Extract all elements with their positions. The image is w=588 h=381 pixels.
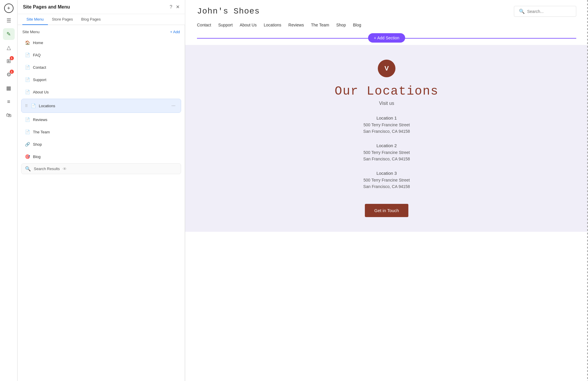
drag-handle-icon[interactable]: ⠿ [25, 104, 28, 108]
page-name-home: Home [33, 41, 177, 45]
nav-the-team[interactable]: The Team [311, 23, 329, 27]
add-new-button[interactable]: + [4, 4, 14, 13]
design-icon[interactable]: △ [3, 42, 15, 53]
about-page-icon: 📄 [25, 90, 30, 94]
contact-page-icon: 📄 [25, 65, 30, 70]
get-in-touch-button[interactable]: Get in Touch [365, 204, 408, 217]
tab-site-menu[interactable]: Site Menu [22, 14, 48, 25]
panel-tabs: Site Menu Store Pages Blog Pages [18, 14, 185, 25]
canvas-inner: John's Shoes 🔍 Contact Support About Us … [185, 0, 588, 381]
location-3-street: 500 Terry Francine Street [197, 177, 576, 183]
nav-contact[interactable]: Contact [197, 23, 211, 27]
pages-icon[interactable]: ☰ [3, 15, 15, 26]
page-name-locations: Locations [39, 104, 167, 108]
location-1-block: Location 1 500 Terry Francine Street San… [197, 115, 576, 135]
visibility-icon[interactable]: 👁 [63, 167, 67, 171]
locations-page-icon: 📄 [31, 103, 36, 108]
subpanel-header: Site Menu + Add [21, 28, 181, 37]
left-sidebar: + ☰ ✎ △ ⊞1 ⚙1 ▦ ≡ 🛍 [0, 0, 18, 381]
page-item-shop[interactable]: 🔗 Shop [21, 139, 181, 150]
apps-icon[interactable]: ⊞1 [3, 55, 15, 67]
locations-subtitle: Visit us [197, 101, 576, 106]
team-page-icon: 📄 [25, 130, 30, 134]
page-item-support[interactable]: 📄 Support [21, 74, 181, 85]
location-3-name: Location 3 [197, 171, 576, 176]
nav-shop[interactable]: Shop [336, 23, 346, 27]
nav-blog[interactable]: Blog [353, 23, 361, 27]
location-1-name: Location 1 [197, 115, 576, 120]
faq-page-icon: 📄 [25, 53, 30, 57]
page-name-the-team: The Team [33, 130, 177, 134]
search-results-icon: 🔍 [25, 166, 31, 172]
location-1-city: San Francisco, CA 94158 [197, 128, 576, 135]
blog-icon[interactable]: ≡ [3, 96, 15, 108]
page-name-support: Support [33, 78, 177, 82]
add-section-button[interactable]: + Add Section [368, 33, 405, 43]
page-item-locations[interactable]: ⠿ 📄 Locations ··· [21, 99, 181, 113]
site-search-input[interactable] [527, 9, 571, 14]
canvas: John's Shoes 🔍 Contact Support About Us … [185, 0, 588, 381]
panel-header: Site Pages and Menu ? ✕ [18, 0, 185, 14]
apps-badge: 1 [10, 56, 14, 60]
page-name-faq: FAQ [33, 53, 177, 57]
home-page-icon: 🏠 [25, 40, 30, 45]
page-item-home[interactable]: 🏠 Home [21, 37, 181, 48]
close-icon[interactable]: ✕ [176, 4, 180, 10]
page-item-search-results[interactable]: 🔍 Search Results 👁 [21, 163, 181, 174]
editor-icon[interactable]: ✎ [3, 28, 15, 40]
nav-locations[interactable]: Locations [264, 23, 281, 27]
panel-title: Site Pages and Menu [23, 4, 70, 10]
nav-support[interactable]: Support [218, 23, 233, 27]
add-section-bar: + Add Section [185, 31, 588, 45]
support-page-icon: 📄 [25, 77, 30, 82]
panel-header-icons: ? ✕ [170, 4, 180, 10]
page-name-shop: Shop [33, 142, 177, 147]
site-pages-panel: Site Pages and Menu ? ✕ Site Menu Store … [18, 0, 185, 381]
page-item-the-team[interactable]: 📄 The Team [21, 126, 181, 137]
site-title: John's Shoes [197, 7, 260, 16]
nav-reviews[interactable]: Reviews [288, 23, 304, 27]
help-icon[interactable]: ? [170, 4, 172, 10]
reviews-page-icon: 📄 [25, 117, 30, 122]
page-name-search-results: Search Results [34, 167, 60, 171]
integrations-icon[interactable]: ⚙1 [3, 69, 15, 80]
subpanel-title: Site Menu [22, 30, 40, 34]
locations-logo: V [378, 60, 395, 77]
page-item-blog[interactable]: 🎯 Blog [21, 151, 181, 162]
page-name-about-us: About Us [33, 90, 177, 94]
site-nav-links: Contact Support About Us Locations Revie… [185, 23, 588, 31]
locations-more-button[interactable]: ··· [170, 102, 177, 110]
location-2-street: 500 Terry Francine Street [197, 149, 576, 156]
locations-section: V Our Locations Visit us Location 1 500 … [185, 45, 588, 232]
add-page-button[interactable]: + Add [170, 30, 180, 34]
nav-about-us[interactable]: About Us [240, 23, 257, 27]
tab-blog-pages[interactable]: Blog Pages [77, 14, 105, 25]
media-icon[interactable]: ▦ [3, 82, 15, 94]
tab-store-pages[interactable]: Store Pages [48, 14, 77, 25]
store-icon[interactable]: 🛍 [3, 109, 15, 121]
locations-title: Our Locations [197, 84, 576, 98]
location-2-city: San Francisco, CA 94158 [197, 156, 576, 162]
site-menu-subpanel: Site Menu + Add 🏠 Home 📄 FAQ 📄 Contact 📄 [18, 25, 185, 381]
pages-section: Site Menu + Add 🏠 Home 📄 FAQ 📄 Contact 📄 [18, 25, 185, 381]
page-item-contact[interactable]: 📄 Contact [21, 62, 181, 73]
site-nav: John's Shoes 🔍 [185, 0, 588, 23]
blog-page-icon: 🎯 [25, 154, 30, 159]
page-name-reviews: Reviews [33, 118, 177, 122]
location-3-city: San Francisco, CA 94158 [197, 183, 576, 190]
location-3-block: Location 3 500 Terry Francine Street San… [197, 171, 576, 190]
page-item-reviews[interactable]: 📄 Reviews [21, 114, 181, 125]
location-1-street: 500 Terry Francine Street [197, 122, 576, 128]
search-icon: 🔍 [519, 9, 525, 14]
page-name-blog: Blog [33, 155, 177, 159]
page-item-about-us[interactable]: 📄 About Us [21, 86, 181, 98]
page-name-contact: Contact [33, 65, 177, 70]
page-item-faq[interactable]: 📄 FAQ [21, 49, 181, 61]
location-2-block: Location 2 500 Terry Francine Street San… [197, 143, 576, 162]
integrations-badge: 1 [10, 70, 14, 74]
location-2-name: Location 2 [197, 143, 576, 148]
shop-page-icon: 🔗 [25, 142, 30, 147]
site-search-box[interactable]: 🔍 [514, 6, 576, 17]
